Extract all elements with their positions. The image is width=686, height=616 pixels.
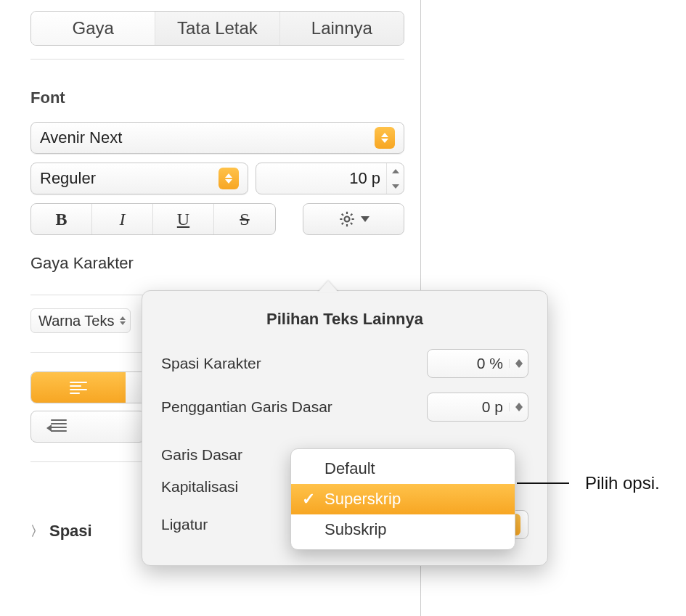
font-weight-popup[interactable]: Reguler (30, 163, 248, 194)
align-left-icon (70, 382, 87, 394)
decrease-indent-icon (51, 419, 70, 434)
callout-leader (517, 482, 569, 484)
menu-label: Superskrip (324, 490, 401, 509)
char-style-label: Gaya Karakter (15, 239, 420, 282)
chevron-right-icon: 〉 (30, 522, 44, 540)
align-left-button[interactable] (31, 372, 126, 403)
text-color-label: Warna Teks (38, 313, 114, 329)
text-color-popup[interactable]: Warna Teks (30, 308, 131, 333)
svg-point-0 (345, 217, 350, 222)
font-size-stepper[interactable]: 10 p (256, 163, 404, 194)
text-style-group: B I U S (30, 203, 276, 235)
tab-style[interactable]: Gaya (31, 12, 155, 45)
baseline-shift-label: Penggantian Garis Dasar (161, 398, 427, 416)
stepper-arrows-icon[interactable] (386, 163, 404, 194)
baseline-option-default[interactable]: ✓ Default (291, 453, 515, 484)
font-section-label: Font (15, 73, 420, 118)
char-spacing-value: 0 % (428, 355, 509, 372)
format-tabs: Gaya Tata Letak Lainnya (30, 11, 404, 46)
baseline-menu: ✓ Default ✓ Superskrip ✓ Subskrip (290, 448, 515, 550)
advanced-options-button[interactable] (303, 203, 404, 235)
baseline-option-superscript[interactable]: ✓ Superskrip (291, 484, 515, 514)
check-icon: ✓ (301, 490, 316, 509)
popup-chevrons-icon (120, 316, 126, 325)
char-spacing-stepper[interactable]: 0 % (427, 349, 528, 378)
font-family-value: Avenir Next (40, 128, 375, 147)
stepper-arrows-icon[interactable] (509, 403, 528, 411)
font-weight-value: Reguler (40, 169, 219, 188)
tab-more[interactable]: Lainnya (280, 12, 404, 45)
stepper-arrows-icon[interactable] (509, 359, 528, 368)
baseline-shift-stepper[interactable]: 0 p (427, 393, 528, 422)
chevron-down-icon (361, 216, 369, 222)
gear-icon (338, 210, 356, 229)
baseline-option-subscript[interactable]: ✓ Subskrip (291, 514, 515, 545)
italic-button[interactable]: I (92, 204, 153, 234)
font-family-popup[interactable]: Avenir Next (30, 122, 404, 154)
char-spacing-label: Spasi Karakter (161, 355, 427, 372)
tab-layout[interactable]: Tata Letak (155, 12, 279, 45)
divider (30, 59, 404, 59)
popup-caret-icon (375, 127, 395, 149)
underline-button[interactable]: U (153, 204, 214, 234)
menu-label: Subskrip (324, 520, 387, 539)
strikethrough-button[interactable]: S (214, 204, 275, 234)
spacing-label: Spasi (49, 522, 92, 541)
callout-text: Pilih opsi. (585, 473, 660, 493)
decrease-indent-button[interactable] (31, 411, 89, 442)
menu-label: Default (324, 459, 375, 478)
font-size-value: 10 p (256, 169, 386, 188)
popup-caret-icon (219, 168, 239, 189)
bold-button[interactable]: B (31, 204, 92, 234)
baseline-shift-value: 0 p (428, 398, 509, 416)
indent-group (30, 411, 145, 443)
popover-title: Pilihan Teks Lainnya (161, 310, 528, 329)
